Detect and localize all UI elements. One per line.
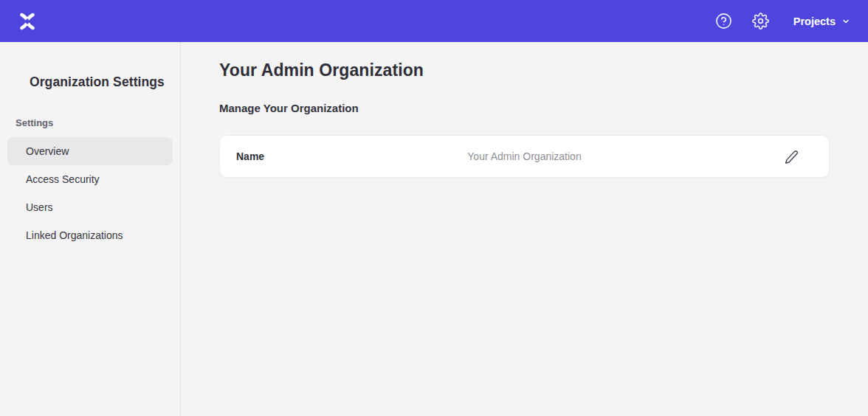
top-nav-actions: Projects [715,13,850,30]
page-body: Organization Settings Settings Overview … [0,42,868,416]
sidebar-item-overview[interactable]: Overview [7,137,173,165]
sidebar-menu: Overview Access Security Users Linked Or… [7,137,173,249]
name-label: Name [236,150,264,162]
app-window: Projects Organization Settings Settings … [0,0,868,416]
edit-name-button[interactable] [783,148,799,164]
organization-name-value: Your Admin Organization [467,150,581,162]
top-nav-bar: Projects [0,0,868,42]
sidebar-section-label: Settings [16,117,180,129]
mixpanel-x-logo-icon[interactable] [15,9,40,34]
gear-icon [752,13,769,30]
pencil-icon [785,150,799,164]
projects-dropdown[interactable]: Projects [793,15,850,27]
sidebar-item-access-security[interactable]: Access Security [7,165,173,193]
sidebar: Organization Settings Settings Overview … [0,42,181,416]
organization-name-card: Name Your Admin Organization [219,135,830,178]
main-content: Your Admin Organization Manage Your Orga… [181,42,868,416]
sidebar-item-linked-organizations[interactable]: Linked Organizations [7,221,173,249]
sidebar-item-users[interactable]: Users [7,193,173,221]
projects-dropdown-label: Projects [793,15,836,27]
help-button[interactable] [715,13,733,30]
help-circle-icon [715,13,732,30]
manage-organization-heading: Manage Your Organization [219,101,830,116]
page-title: Your Admin Organization [219,58,830,82]
chevron-down-icon [841,17,850,26]
settings-button[interactable] [752,13,770,30]
sidebar-title: Organization Settings [30,73,180,91]
